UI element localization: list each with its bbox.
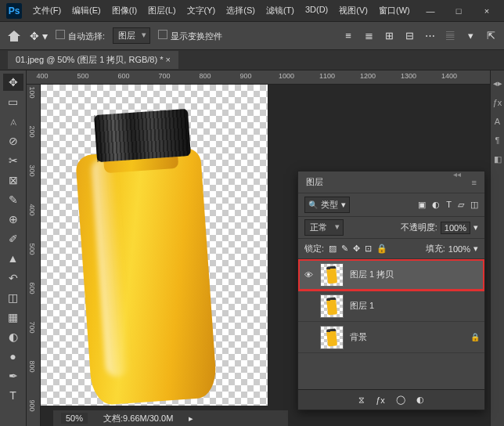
show-transform-checkbox[interactable]: 显示变换控件 bbox=[158, 30, 222, 42]
layer-thumbnail[interactable] bbox=[320, 294, 344, 318]
ruler-tick: 1400 bbox=[441, 72, 457, 80]
marquee-tool[interactable]: ▭ bbox=[3, 93, 23, 110]
align-icon[interactable]: 𝄚 bbox=[443, 30, 457, 42]
dock-icon[interactable]: ◂▸ bbox=[493, 78, 502, 88]
menu-3d[interactable]: 3D(D) bbox=[301, 2, 333, 20]
move-tool[interactable]: ✥ bbox=[3, 74, 23, 91]
menu-view[interactable]: 视图(V) bbox=[334, 2, 373, 20]
ruler-tick: 800 bbox=[199, 72, 211, 80]
auto-select-target[interactable]: 图层 bbox=[113, 27, 150, 44]
filter-adjust-icon[interactable]: ◐ bbox=[432, 200, 440, 210]
healing-tool[interactable]: ⊕ bbox=[3, 211, 23, 228]
menu-image[interactable]: 图像(I) bbox=[107, 2, 142, 20]
quick-select-tool[interactable]: ⊘ bbox=[3, 132, 23, 150]
align-icon[interactable]: ⊞ bbox=[382, 30, 396, 42]
chevron-down-icon[interactable]: ▾ bbox=[473, 244, 478, 254]
document-tab[interactable]: 01.jpeg @ 50% (图层 1 拷贝, RGB/8) * × bbox=[8, 51, 178, 69]
layer-list: 👁图层 1 拷贝图层 1背景🔒 bbox=[298, 259, 484, 353]
layer-row[interactable]: 背景🔒 bbox=[298, 322, 484, 353]
adjustment-icon[interactable]: ◐ bbox=[416, 395, 424, 405]
eyedropper-tool[interactable]: ✎ bbox=[3, 191, 23, 208]
menu-edit[interactable]: 编辑(E) bbox=[67, 2, 106, 20]
lock-position-icon[interactable]: ✥ bbox=[353, 244, 360, 254]
layer-name[interactable]: 图层 1 拷贝 bbox=[350, 269, 480, 280]
align-icon[interactable]: ≡ bbox=[341, 30, 355, 42]
minimize-button[interactable]: — bbox=[419, 6, 441, 16]
character-icon[interactable]: A bbox=[495, 117, 500, 126]
align-icon[interactable]: ⋯ bbox=[423, 30, 437, 42]
gradient-tool[interactable]: ▦ bbox=[3, 309, 23, 326]
layer-thumbnail[interactable] bbox=[320, 263, 344, 287]
lock-artboard-icon[interactable]: ⊡ bbox=[365, 244, 372, 254]
layer-fx-icon[interactable]: ƒx bbox=[376, 395, 385, 405]
history-brush-tool[interactable]: ↶ bbox=[3, 269, 23, 287]
home-icon[interactable] bbox=[6, 29, 22, 43]
menu-filter[interactable]: 滤镜(T) bbox=[261, 2, 299, 20]
filter-pixel-icon[interactable]: ▣ bbox=[418, 200, 426, 210]
maximize-button[interactable]: □ bbox=[448, 6, 470, 16]
pen-tool[interactable]: ✒ bbox=[3, 367, 23, 384]
filter-shape-icon[interactable]: ▱ bbox=[458, 200, 464, 210]
menu-file[interactable]: 文件(F) bbox=[28, 2, 66, 20]
ruler-vertical: 100200300400500600700800900 bbox=[27, 85, 41, 426]
panel-menu-icon[interactable]: ≡ bbox=[472, 178, 477, 187]
filter-type-icon[interactable]: T bbox=[446, 200, 452, 210]
collapse-icon[interactable]: ◂◂ bbox=[453, 170, 461, 179]
lock-all-icon[interactable]: 🔒 bbox=[376, 244, 387, 254]
move-tool-icon[interactable]: ✥ ▾ bbox=[30, 30, 48, 42]
align-icon[interactable]: ≣ bbox=[362, 30, 376, 42]
lock-transparent-icon[interactable]: ▨ bbox=[329, 244, 337, 254]
share-icon[interactable]: ⇱ bbox=[484, 30, 498, 42]
eraser-tool[interactable]: ◫ bbox=[3, 289, 23, 306]
layer-name[interactable]: 背景 bbox=[350, 331, 464, 343]
stamp-tool[interactable]: ▲ bbox=[3, 250, 23, 267]
layer-filter-row: 🔍 类型 ▾ ▣ ◐ T ▱ ◫ bbox=[298, 193, 484, 217]
more-icon[interactable]: ▾ bbox=[463, 30, 477, 42]
align-icons: ≡ ≣ ⊞ ⊟ ⋯ 𝄚 ▾ ⇱ bbox=[341, 30, 498, 42]
ruler-tick: 700 bbox=[158, 72, 170, 80]
filter-type-select[interactable]: 🔍 类型 ▾ bbox=[304, 197, 350, 213]
layer-row[interactable]: 👁图层 1 拷贝 bbox=[298, 259, 484, 291]
menu-layer[interactable]: 图层(L) bbox=[143, 2, 180, 20]
doc-size: 文档:9.66M/30.0M bbox=[103, 413, 173, 424]
menu-select[interactable]: 选择(S) bbox=[221, 2, 260, 20]
chevron-down-icon[interactable]: ▾ bbox=[473, 222, 478, 233]
panel-header[interactable]: ◂◂ 图层 ≡ bbox=[298, 171, 484, 193]
opacity-label: 不透明度: bbox=[401, 222, 437, 233]
layer-mask-icon[interactable]: ◯ bbox=[396, 395, 405, 405]
align-icon[interactable]: ⊟ bbox=[402, 30, 416, 42]
canvas[interactable] bbox=[41, 85, 268, 406]
fill-value[interactable]: 100% bbox=[448, 244, 470, 254]
paragraph-icon[interactable]: ¶ bbox=[495, 135, 500, 145]
ruler-tick: 500 bbox=[77, 72, 88, 80]
lasso-tool[interactable]: ⟑ bbox=[3, 113, 23, 130]
visibility-toggle[interactable]: 👁 bbox=[303, 270, 314, 280]
layers-panel: ◂◂ 图层 ≡ 🔍 类型 ▾ ▣ ◐ T ▱ ◫ 正常 不透明度: 100% ▾… bbox=[297, 171, 485, 410]
opacity-value[interactable]: 100% bbox=[441, 222, 470, 234]
auto-select-checkbox[interactable]: 自动选择: bbox=[56, 30, 105, 42]
blur-tool[interactable]: ◐ bbox=[3, 328, 23, 345]
dodge-tool[interactable]: ● bbox=[3, 348, 23, 365]
brush-tool[interactable]: ✐ bbox=[3, 230, 23, 247]
fx-icon[interactable]: ƒx bbox=[493, 98, 502, 107]
crop-tool[interactable]: ✂ bbox=[3, 152, 23, 169]
panel-title: 图层 bbox=[306, 176, 472, 188]
type-tool[interactable]: T bbox=[3, 387, 23, 404]
layer-name[interactable]: 图层 1 bbox=[350, 300, 480, 312]
menu-window[interactable]: 窗口(W) bbox=[374, 2, 415, 20]
zoom-level[interactable]: 50% bbox=[61, 413, 88, 424]
right-dock: ◂▸ ƒx A ¶ ◧ bbox=[490, 70, 504, 426]
ruler-tick: 100 bbox=[28, 86, 36, 98]
frame-tool[interactable]: ⊠ bbox=[3, 171, 23, 189]
layer-thumbnail[interactable] bbox=[320, 326, 344, 349]
search-icon: 🔍 bbox=[308, 200, 318, 209]
filter-smart-icon[interactable]: ◫ bbox=[470, 200, 478, 210]
blend-mode-select[interactable]: 正常 bbox=[304, 219, 344, 236]
swatches-icon[interactable]: ◧ bbox=[494, 154, 502, 164]
lock-image-icon[interactable]: ✎ bbox=[341, 244, 348, 254]
link-layers-icon[interactable]: ⧖ bbox=[358, 395, 365, 405]
layer-row[interactable]: 图层 1 bbox=[298, 291, 484, 322]
status-arrow-icon[interactable]: ▸ bbox=[189, 413, 193, 424]
close-button[interactable]: × bbox=[476, 6, 498, 16]
menu-type[interactable]: 文字(Y) bbox=[182, 2, 221, 20]
